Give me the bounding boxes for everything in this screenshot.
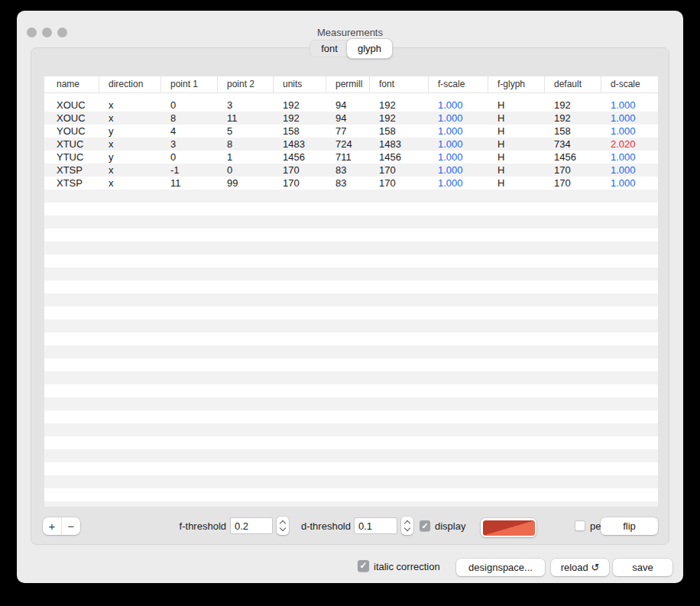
table-row-empty[interactable] <box>44 488 658 501</box>
table-row[interactable]: XOUCx811192941921.000H1921.000 <box>44 112 658 125</box>
table-row[interactable]: XTSPx1199170831701.000H1701.000 <box>44 177 658 190</box>
cell-font: 192 <box>370 99 429 112</box>
cell-d-scale: 1.000 <box>601 112 658 125</box>
cell-name: XTSP <box>44 177 99 190</box>
table-row-empty[interactable] <box>44 293 658 306</box>
table-row-empty[interactable] <box>44 190 658 203</box>
table-row-empty[interactable] <box>44 410 658 423</box>
title-bar[interactable]: Measurements <box>17 11 683 41</box>
column-header-f-scale[interactable]: f-scale <box>429 76 488 92</box>
cell-default: 192 <box>545 112 601 125</box>
cell-d-scale: 1.000 <box>601 151 658 164</box>
stepper-down-icon <box>404 525 410 531</box>
cell-point-2: 5 <box>218 125 274 138</box>
cell-f-glyph: H <box>488 125 545 138</box>
column-header-direction[interactable]: direction <box>99 76 161 92</box>
cell-f-scale: 1.000 <box>429 125 488 138</box>
reload-button[interactable]: reload ↺ <box>551 559 609 576</box>
table-row-empty[interactable] <box>44 384 658 397</box>
table-row-empty[interactable] <box>44 319 658 332</box>
table-row-empty[interactable] <box>44 397 658 410</box>
cell-f-scale: 1.000 <box>429 112 488 125</box>
table-row-empty[interactable] <box>44 436 658 449</box>
table-row-empty[interactable] <box>44 203 658 216</box>
column-header-permill[interactable]: permill <box>326 76 370 92</box>
cell-default: 192 <box>545 99 601 112</box>
permill-checkbox[interactable] <box>575 520 585 531</box>
column-header-f-glyph[interactable]: f-glyph <box>488 76 545 92</box>
table-row[interactable]: YTUCy01145671114561.000H14561.000 <box>44 151 658 164</box>
cell-name: XOUC <box>44 112 99 125</box>
table-row-empty[interactable] <box>44 475 658 488</box>
column-header-name[interactable]: name <box>44 76 99 92</box>
cell-f-glyph: H <box>488 99 545 112</box>
minus-icon: − <box>68 520 75 533</box>
display-checkbox[interactable]: ✓ <box>420 520 430 531</box>
table-row[interactable]: XOUCx03192941921.000H1921.000 <box>44 99 658 112</box>
table-row-empty[interactable] <box>44 280 658 293</box>
tab-glyph[interactable]: glyph <box>346 38 393 59</box>
column-header-font[interactable]: font <box>370 76 429 92</box>
table-row-empty[interactable] <box>44 358 658 371</box>
d-threshold-stepper[interactable] <box>401 517 413 535</box>
table-row-empty[interactable] <box>44 332 658 345</box>
cell-units: 192 <box>274 112 326 125</box>
add-row-button[interactable]: + <box>43 517 61 535</box>
cell-d-scale: 1.000 <box>601 125 658 138</box>
cell-units: 170 <box>274 177 326 190</box>
cell-font: 192 <box>370 112 429 125</box>
display-color-well[interactable] <box>481 518 536 537</box>
cell-direction: x <box>99 164 161 177</box>
cell-default: 1456 <box>545 151 601 164</box>
table-row[interactable]: XTUCx38148372414831.000H7342.020 <box>44 138 658 151</box>
italic-correction-checkbox[interactable]: ✓ <box>358 560 369 572</box>
column-header-units[interactable]: units <box>274 76 326 92</box>
table-row-empty[interactable] <box>44 371 658 384</box>
column-header-point-2[interactable]: point 2 <box>218 76 274 92</box>
measurements-table[interactable]: namedirectionpoint 1point 2unitspermillf… <box>44 76 658 507</box>
table-row-empty[interactable] <box>44 345 658 358</box>
table-row-empty[interactable] <box>44 306 658 319</box>
table-row-empty[interactable] <box>44 267 658 280</box>
table-row-empty[interactable] <box>44 228 658 241</box>
d-threshold-input[interactable] <box>354 517 397 534</box>
f-threshold-input[interactable] <box>230 517 273 534</box>
save-button[interactable]: save <box>613 559 672 576</box>
reload-button-label: reload <box>561 562 588 573</box>
column-header-d-scale[interactable]: d-scale <box>601 76 658 92</box>
cell-point-1: 11 <box>161 177 218 190</box>
cell-point-2: 0 <box>218 164 274 177</box>
cell-point-1: 3 <box>161 138 218 151</box>
column-header-point-1[interactable]: point 1 <box>161 76 218 92</box>
cell-direction: y <box>99 151 161 164</box>
cell-units: 158 <box>274 125 326 138</box>
table-row[interactable]: XTSPx-10170831701.000H1701.000 <box>44 164 658 177</box>
cell-point-2: 99 <box>218 177 274 190</box>
table-row-empty[interactable] <box>44 462 658 475</box>
tab-font[interactable]: font <box>310 41 348 57</box>
cell-units: 1483 <box>274 138 326 151</box>
table-row[interactable]: YOUCy45158771581.000H1581.000 <box>44 125 658 138</box>
flip-button[interactable]: flip <box>601 517 658 535</box>
cell-name: XTSP <box>44 164 99 177</box>
designspace-button[interactable]: designspace... <box>456 559 545 576</box>
cell-f-glyph: H <box>488 164 545 177</box>
cell-point-1: 4 <box>161 125 218 138</box>
cell-d-scale: 1.000 <box>601 177 658 190</box>
cell-name: YTUC <box>44 151 99 164</box>
cell-point-2: 8 <box>218 138 274 151</box>
table-row-empty[interactable] <box>44 423 658 436</box>
plus-icon: + <box>49 520 56 533</box>
column-header-default[interactable]: default <box>545 76 601 92</box>
remove-row-button[interactable]: − <box>61 517 80 535</box>
cell-f-scale: 1.000 <box>429 151 488 164</box>
table-row-empty[interactable] <box>44 254 658 267</box>
table-row-empty[interactable] <box>44 241 658 254</box>
add-remove-segmented-control: + − <box>43 517 80 535</box>
table-row-empty[interactable] <box>44 501 658 507</box>
table-row-empty[interactable] <box>44 449 658 462</box>
cell-permill: 94 <box>326 112 370 125</box>
cell-f-glyph: H <box>488 112 545 125</box>
table-row-empty[interactable] <box>44 216 658 228</box>
cell-permill: 94 <box>326 99 370 112</box>
